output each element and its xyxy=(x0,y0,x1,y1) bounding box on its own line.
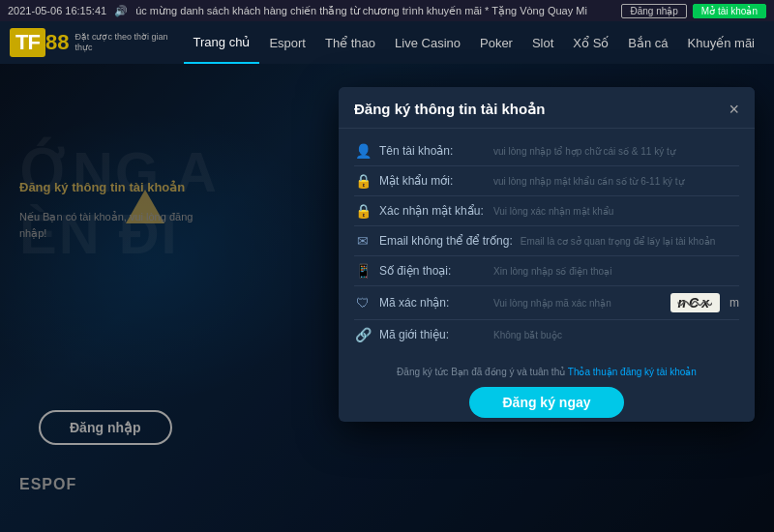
nav-item-xoso[interactable]: Xổ Số xyxy=(563,21,618,64)
captcha-label: Mã xác nhận: xyxy=(379,296,486,310)
captcha-row: 🛡 Mã xác nhận: nCx m xyxy=(354,286,739,320)
top-bar: 2021-05-06 16:15:41 🔊 úc mừng danh sách … xyxy=(0,0,774,21)
password-label: Mật khẩu mới: xyxy=(379,174,486,188)
modal-footer-text: Đăng ký tức Bạn đã đồng ý và tuân thủ Th… xyxy=(339,361,755,381)
shield-icon: 🛡 xyxy=(354,295,372,310)
modal-header: Đăng ký thông tin tài khoản × xyxy=(339,87,755,129)
username-label: Tên tài khoản: xyxy=(379,144,486,158)
nav-bar: TF88 Đặt cược theo thời gian thực Trang … xyxy=(0,21,774,64)
nav-item-trangchu[interactable]: Trang chủ xyxy=(184,21,260,64)
captcha-image[interactable]: nCx xyxy=(670,293,720,312)
phone-row: 📱 Số điện thoại: xyxy=(354,256,739,286)
submit-button[interactable]: Đăng ký ngay xyxy=(469,387,624,418)
phone-icon: 📱 xyxy=(354,263,372,279)
terms-link[interactable]: Thỏa thuận đăng ký tài khoản xyxy=(568,367,697,377)
confirm-password-label: Xác nhận mật khẩu: xyxy=(379,204,486,218)
confirm-password-row: 🔒 Xác nhận mật khẩu: xyxy=(354,196,739,226)
top-bar-left: 2021-05-06 16:15:41 🔊 úc mừng danh sách … xyxy=(8,5,587,17)
modal-form: 👤 Tên tài khoản: 🔒 Mật khẩu mới: 🔒 Xác n… xyxy=(339,129,755,361)
password-row: 🔒 Mật khẩu mới: xyxy=(354,166,739,196)
login-button-top[interactable]: Đăng nhập xyxy=(621,4,686,18)
top-bar-right: Đăng nhập Mở tài khoản xyxy=(621,4,766,18)
nav-item-poker[interactable]: Poker xyxy=(470,21,522,64)
referral-row: 🔗 Mã giới thiệu: xyxy=(354,320,739,349)
registration-modal: Đăng ký thông tin tài khoản × 👤 Tên tài … xyxy=(339,87,755,422)
lock-icon-2: 🔒 xyxy=(354,203,372,219)
speaker-icon: 🔊 xyxy=(114,5,128,17)
lock-icon-1: 🔒 xyxy=(354,173,372,189)
modal-close-button[interactable]: × xyxy=(729,101,739,118)
user-icon: 👤 xyxy=(354,143,372,159)
username-input[interactable] xyxy=(493,143,739,159)
password-input[interactable] xyxy=(493,173,739,189)
notification-text: úc mừng danh sách khách hàng chiến thắng… xyxy=(135,5,587,17)
confirm-password-input[interactable] xyxy=(493,203,739,219)
logo-88: 88 xyxy=(45,30,69,55)
nav-item-esport[interactable]: Esport xyxy=(259,21,315,64)
nav-item-thethao[interactable]: Thể thao xyxy=(315,21,385,64)
email-icon: ✉ xyxy=(354,233,372,249)
referral-label: Mã giới thiệu: xyxy=(379,328,486,341)
phone-label: Số điện thoại: xyxy=(379,264,486,278)
modal-title: Đăng ký thông tin tài khoản xyxy=(354,101,545,118)
nav-item-slot[interactable]: Slot xyxy=(522,21,563,64)
link-icon: 🔗 xyxy=(354,327,372,342)
phone-input[interactable] xyxy=(493,263,739,279)
captcha-input[interactable] xyxy=(493,295,663,310)
email-label: Email không thể để trống: xyxy=(379,234,513,248)
email-input[interactable] xyxy=(521,233,739,249)
referral-input[interactable] xyxy=(493,327,739,342)
register-button-top[interactable]: Mở tài khoản xyxy=(693,4,766,18)
username-row: 👤 Tên tài khoản: xyxy=(354,136,739,166)
logo: TF88 Đặt cược theo thời gian thực xyxy=(10,28,172,57)
email-row: ✉ Email không thể để trống: xyxy=(354,226,739,256)
nav-item-banca[interactable]: Bắn cá xyxy=(618,21,677,64)
nav-items: Trang chủ Esport Thể thao Live Casino Po… xyxy=(184,21,764,64)
logo-sub: Đặt cược theo thời gian thực xyxy=(74,32,171,53)
captcha-suffix: m xyxy=(729,296,739,310)
logo-tf: TF xyxy=(10,28,45,57)
nav-item-khuyenmai[interactable]: Khuyến mãi xyxy=(678,21,764,64)
nav-item-livecasino[interactable]: Live Casino xyxy=(385,21,470,64)
datetime: 2021-05-06 16:15:41 xyxy=(8,5,106,16)
